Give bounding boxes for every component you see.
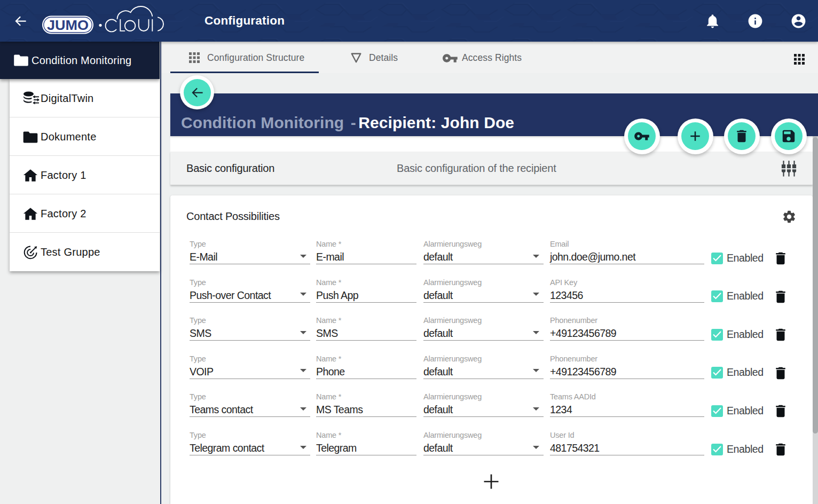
svg-text:JUMO: JUMO [47,18,89,33]
